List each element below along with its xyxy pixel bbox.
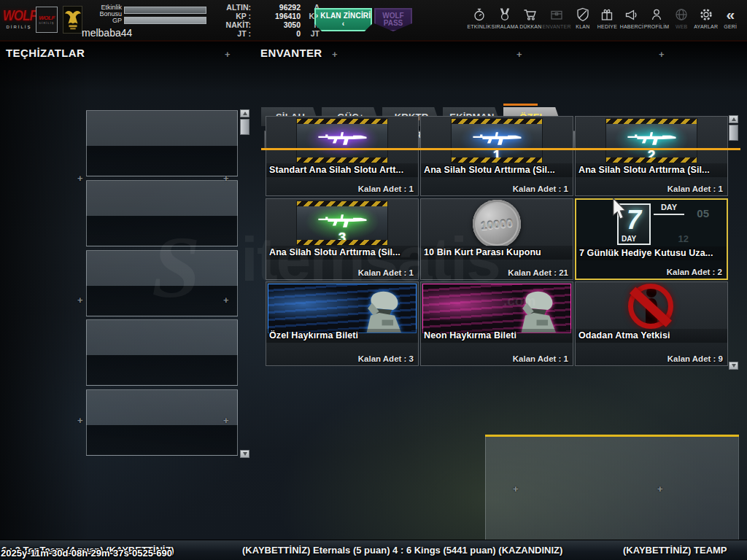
equipment-slot[interactable]: [86, 180, 238, 246]
item-name: Neon Haykırma Bileti: [421, 329, 573, 343]
clan-emblem-text: WOLF: [39, 15, 55, 21]
stopwatch-icon: [472, 7, 487, 23]
top-navigation: ETKİNLİK SIRALAMA DÜKKAN ENVANTER KLAN H…: [467, 7, 743, 29]
nav-siralama[interactable]: SIRALAMA: [492, 7, 519, 29]
equipment-panel-title: TEÇHİZATLAR: [6, 47, 85, 59]
chest-icon: [549, 7, 564, 23]
logo-text: WOLF: [3, 8, 35, 25]
scrollbar-thumb[interactable]: [240, 119, 249, 135]
item-count: Kalan Adet : 2: [667, 268, 722, 276]
wolf-pass-button[interactable]: WOLF PASS: [374, 8, 412, 31]
item-count: Kalan Adet : 3: [358, 354, 414, 363]
inventory-item-neon-haykirma[interactable]: Neon Haykırma Bileti Kalan Adet : 1: [420, 281, 573, 366]
kick-prohibition-icon: [576, 282, 727, 332]
rifle-crate-icon: [266, 117, 418, 163]
equipment-slot[interactable]: [86, 389, 238, 456]
currency-panel: ALTIN: 96292 A KP : 196410 KP NAKİT: 305…: [206, 3, 327, 38]
plus-icon: +: [516, 49, 522, 60]
nav-klan[interactable]: KLAN: [570, 7, 595, 29]
equipment-slot[interactable]: [86, 110, 238, 176]
wolf-dirilis-logo: WOLF DİRİLİŞ: [3, 9, 35, 29]
ticker-right: (KAYBETTİNİZ) TEAMP: [623, 545, 727, 556]
currency-row-altin: ALTIN: 96292 A: [206, 3, 327, 12]
ticker-mid: (KAYBETTİNİZ) Eternals (5 puan) 4 : 6 Ki…: [242, 545, 562, 556]
top-bar: WOLF DİRİLİŞ WOLF DİRİLİŞ EtkinlikBonusu…: [0, 0, 747, 42]
inventory-item-slot-arttirma-3[interactable]: 3 Ana Silah Slotu Arttırma (Sil... Kalan…: [266, 198, 419, 280]
scrollbar-thumb[interactable]: [729, 125, 738, 141]
nav-web[interactable]: WEB: [669, 7, 694, 29]
nav-etkinlik[interactable]: ETKİNLİK: [467, 7, 492, 29]
inventory-item-slot-arttirma-2[interactable]: 2 Ana Silah Slotu Arttırma (Sil... Kalan…: [575, 116, 728, 196]
gp-label: GP: [93, 18, 122, 24]
item-name: Odadan Atma Yetkisi: [576, 329, 727, 343]
nav-dukkan[interactable]: DÜKKAN: [519, 7, 543, 29]
item-count: Kalan Adet : 1: [513, 184, 568, 193]
item-name: 10 Bin Kurt Parası Kuponu: [421, 246, 573, 260]
nav-haberci[interactable]: HABERCİ: [619, 7, 644, 29]
plus-icon: +: [223, 173, 229, 184]
person-icon: [649, 7, 664, 23]
gear-icon: [699, 7, 713, 23]
scroll-down-button[interactable]: [240, 450, 249, 458]
equipment-slot[interactable]: [86, 319, 238, 386]
equipment-slot[interactable]: [86, 250, 238, 316]
plus-icon: +: [77, 415, 83, 426]
inventory-item-hediye-kutusu-uzatma[interactable]: DAY 05 12 7 DAY 7 Günlük Hediye Kutusu U…: [575, 198, 728, 280]
plus-icon: +: [223, 295, 229, 306]
player-name: melbaba44: [82, 27, 132, 39]
etkinlik-bonus-bar: [124, 7, 206, 14]
item-count: Kalan Adet : 21: [508, 268, 568, 277]
gift-icon: [600, 7, 614, 23]
inventory-item-kurt-parasi-kuponu[interactable]: 10000 10 Bin Kurt Parası Kuponu Kalan Ad…: [420, 198, 573, 280]
item-count: Kalan Adet : 9: [667, 354, 723, 363]
plus-icon: +: [77, 295, 83, 306]
rifle-crate-icon: 3: [266, 199, 418, 246]
soldier-shout-pink-icon: [422, 284, 571, 333]
item-count: Kalan Adet : 1: [358, 268, 414, 277]
rifle-crate-icon: 2: [576, 117, 727, 163]
medal-icon: [498, 7, 512, 23]
globe-icon: [674, 7, 689, 23]
logo-subtext: DİRİLİŞ: [3, 25, 35, 29]
item-count: Kalan Adet : 1: [667, 184, 723, 193]
subtab-underline: [261, 148, 740, 150]
nav-ayarlar[interactable]: AYARLAR: [694, 7, 719, 29]
klan-zinciri-button[interactable]: › KLAN ZİNCİRİ ‹: [314, 8, 372, 31]
rank-eagle-emblem: [63, 6, 82, 34]
soldier-shout-blue-icon: [268, 284, 417, 333]
active-tab-accent: [503, 104, 538, 106]
nav-geri[interactable]: « GERİ: [719, 7, 743, 29]
main-area: TEÇHİZATLAR + + + + + + + ENVANTER + + +…: [0, 42, 747, 540]
item-name: Ana Silah Slotu Arttırma (Sil...: [266, 246, 418, 260]
rifle-crate-icon: 1: [421, 117, 573, 163]
megaphone-icon: [624, 7, 639, 23]
shield-icon: [576, 7, 590, 23]
timestamp: 2025y-11m-30d-08h-29m-37s-0525-690: [1, 548, 172, 559]
inventory-item-standart-slot[interactable]: Standart Ana Silah Slotu Artt... Kalan A…: [266, 116, 419, 196]
currency-row-jt: JT : 0 JT: [206, 29, 327, 38]
plus-icon: +: [225, 49, 231, 60]
clan-emblem-frame: WOLF DİRİLİŞ: [36, 7, 58, 33]
nav-envanter[interactable]: ENVANTER: [543, 7, 570, 29]
currency-row-nakit: NAKİT: 3050 N: [206, 20, 327, 29]
nav-hediye[interactable]: HEDİYE: [595, 7, 620, 29]
plus-icon: +: [332, 49, 338, 60]
status-bar: 6 : 3 TopTeam (4 puan) (KAYBETTİNİZ) (KA…: [0, 540, 747, 560]
plus-icon: +: [223, 415, 229, 426]
clan-emblem-subtext: DİRİLİŞ: [39, 21, 54, 25]
currency-row-kp: KP : 196410 KP: [206, 12, 327, 20]
scroll-up-button[interactable]: [729, 115, 738, 123]
plus-icon: +: [659, 49, 665, 60]
inventory-item-odadan-atma[interactable]: Odadan Atma Yetkisi Kalan Adet : 9: [575, 281, 728, 366]
nav-profilim[interactable]: PROFİLİM: [644, 7, 670, 29]
scroll-up-button[interactable]: [240, 109, 249, 117]
item-name: Ana Silah Slotu Arttırma (Sil...: [421, 163, 573, 177]
item-count: Kalan Adet : 1: [513, 354, 568, 363]
item-name: Özel Haykırma Bileti: [266, 329, 418, 343]
plus-icon: +: [657, 483, 663, 494]
item-name: Standart Ana Silah Slotu Artt...: [266, 163, 418, 177]
inventory-item-ozel-haykirma[interactable]: Özel Haykırma Bileti Kalan Adet : 3: [266, 281, 419, 366]
inventory-item-slot-arttirma-1[interactable]: 1 Ana Silah Slotu Arttırma (Sil... Kalan…: [420, 116, 573, 196]
scroll-down-button[interactable]: [729, 362, 738, 370]
inventory-panel-title: ENVANTER: [260, 47, 322, 59]
